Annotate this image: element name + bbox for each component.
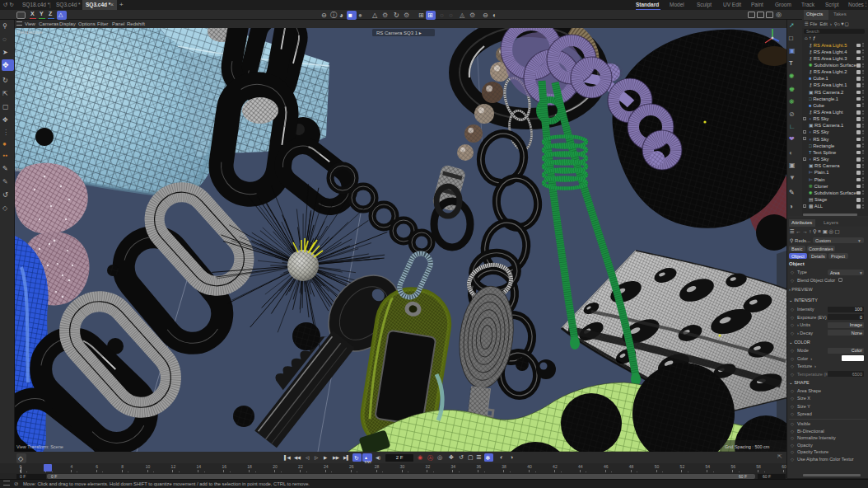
svg-text:Perspective: Perspective xyxy=(16,30,43,35)
svg-text:RS Camera SQ3 1 ▸: RS Camera SQ3 1 ▸ xyxy=(376,30,422,35)
svg-text:Grid Spacing : 500 cm: Grid Spacing : 500 cm xyxy=(725,444,770,449)
svg-text:View Transform: Scene: View Transform: Scene xyxy=(16,444,63,449)
